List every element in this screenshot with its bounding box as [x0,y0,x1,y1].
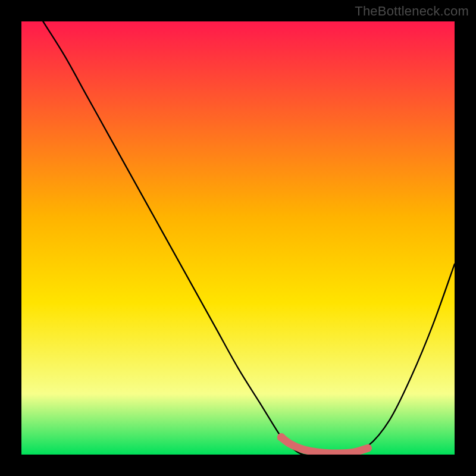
optimal-start-dot [277,433,286,441]
plot-area [21,21,455,455]
watermark-text: TheBottleneck.com [355,4,469,19]
gradient-background [21,21,455,455]
bottleneck-chart [21,21,455,455]
chart-frame: TheBottleneck.com [0,0,476,476]
